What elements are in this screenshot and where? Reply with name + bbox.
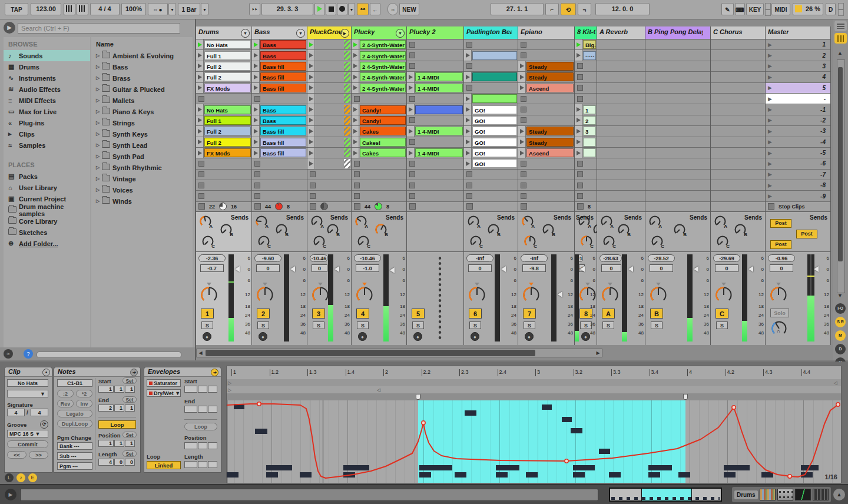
note-area[interactable]: 1/16 bbox=[227, 400, 841, 483]
device-thumbnail[interactable] bbox=[777, 489, 793, 500]
envelope-device-selector[interactable]: Saturator ▼ bbox=[147, 379, 181, 387]
metronome-button[interactable]: ○ ● bbox=[148, 3, 168, 15]
midi-note[interactable] bbox=[678, 472, 690, 478]
group-launch-button[interactable] bbox=[307, 158, 315, 168]
solo-button[interactable]: S bbox=[257, 321, 269, 329]
scene-slot[interactable]: ▶-7 bbox=[766, 170, 830, 180]
midi-note[interactable] bbox=[343, 472, 355, 478]
folder-item-synth-keys[interactable]: ▷Synth Keys bbox=[91, 128, 193, 140]
send-knob-b[interactable]: B bbox=[220, 223, 233, 236]
clip-stop-square[interactable] bbox=[466, 63, 472, 69]
show-io-toggle[interactable]: I-O bbox=[835, 303, 846, 314]
follow-button[interactable]: ‣‣ bbox=[249, 3, 260, 15]
clip-slot[interactable]: Bass fill bbox=[252, 148, 307, 158]
send-knob-b[interactable]: B bbox=[542, 223, 555, 236]
signature-numerator-field[interactable]: 4 bbox=[7, 409, 25, 416]
clip-stop-square[interactable] bbox=[521, 96, 526, 102]
peak-level-display[interactable]: -2.36 bbox=[198, 254, 226, 262]
clip-launch-button[interactable] bbox=[196, 126, 204, 136]
env-length-fields[interactable] bbox=[184, 461, 217, 468]
arrangement-view-icon[interactable] bbox=[834, 21, 847, 31]
clip-slot[interactable]: 2 4-Synth-Water bbox=[352, 83, 406, 94]
volume-value-field[interactable]: -9.8 bbox=[522, 264, 546, 272]
midi-note[interactable] bbox=[724, 465, 750, 470]
send-knob-b[interactable]: B bbox=[592, 223, 597, 236]
clip-slot[interactable]: 2 bbox=[575, 115, 597, 126]
volume-fader-handle[interactable] bbox=[748, 266, 753, 272]
clip-slot[interactable]: ····· bbox=[575, 50, 597, 61]
clip-launch-button[interactable] bbox=[464, 126, 472, 136]
clip-stop-square[interactable] bbox=[198, 161, 204, 167]
arm-button[interactable]: ● bbox=[203, 332, 211, 341]
scene-launch-button[interactable]: ▶ bbox=[766, 139, 776, 145]
track-stop-all-button[interactable] bbox=[354, 203, 360, 210]
midi-note[interactable] bbox=[419, 472, 431, 478]
scene-launch-button[interactable]: ▶ bbox=[766, 117, 776, 123]
empty-clip-slot[interactable] bbox=[196, 94, 251, 104]
clip-stop-square[interactable] bbox=[577, 183, 583, 188]
punch-out-button[interactable]: ¬ bbox=[578, 3, 591, 15]
clip-slot[interactable]: 2 4-Synth-Water bbox=[352, 50, 406, 61]
clip-stop-square[interactable] bbox=[577, 96, 583, 102]
solo-button[interactable]: S bbox=[602, 321, 614, 329]
track-header-padlington-bear[interactable]: Padlington Bear bbox=[464, 26, 518, 39]
volume-fader-handle[interactable] bbox=[558, 291, 562, 297]
clip-launch-button[interactable] bbox=[575, 104, 582, 114]
group-slot[interactable] bbox=[307, 104, 351, 115]
clip-slot[interactable]: Full 2 bbox=[196, 72, 251, 82]
clip-stop-square[interactable] bbox=[577, 74, 583, 80]
empty-clip-slot[interactable] bbox=[196, 191, 251, 201]
clip-stop-square[interactable] bbox=[409, 171, 415, 177]
clip-slot[interactable]: Ascend bbox=[518, 83, 574, 94]
empty-clip-slot[interactable] bbox=[518, 94, 574, 104]
clip-stop-square[interactable] bbox=[409, 183, 415, 188]
clip-activator-icon[interactable]: ● bbox=[42, 369, 50, 376]
midi-note[interactable] bbox=[801, 472, 813, 478]
clip-launch-button[interactable] bbox=[252, 50, 260, 60]
solo-button[interactable]: S bbox=[313, 321, 324, 329]
scene-slot[interactable]: ▶-9 bbox=[766, 191, 830, 201]
group-launch-button[interactable] bbox=[307, 61, 315, 71]
volume-fader-handle[interactable] bbox=[235, 266, 240, 272]
clip-launch-button[interactable] bbox=[196, 104, 204, 114]
clip-launch-button[interactable] bbox=[196, 83, 204, 93]
clip-slot[interactable] bbox=[575, 137, 597, 148]
show-track-delay-toggle[interactable]: D bbox=[835, 344, 846, 354]
clip-slot[interactable]: Full 1 bbox=[196, 115, 251, 126]
loop-start-display[interactable]: 27. 1. 1 bbox=[491, 3, 544, 15]
reverse-button[interactable]: Rev bbox=[57, 400, 74, 407]
clip-launch-button[interactable] bbox=[352, 72, 359, 82]
end-time-fields[interactable]: 211 bbox=[98, 404, 135, 412]
empty-clip-slot[interactable] bbox=[575, 72, 597, 82]
peak-level-display[interactable]: -10.46 bbox=[310, 254, 328, 262]
track-header-epiano[interactable]: Epiano bbox=[518, 26, 574, 39]
volume-value-field[interactable]: -0.7 bbox=[200, 264, 224, 272]
pan-knob[interactable] bbox=[356, 286, 373, 306]
midi-note[interactable] bbox=[300, 472, 312, 478]
clip-stop-square[interactable] bbox=[521, 42, 526, 48]
midi-overdub-button[interactable]: ⚯ bbox=[357, 3, 369, 15]
solo-button[interactable]: S bbox=[412, 321, 424, 329]
loop-pin-marker[interactable] bbox=[683, 394, 688, 400]
scroll-down-icon[interactable]: ▼ bbox=[837, 293, 843, 299]
fold-panel-icon[interactable]: ➔ bbox=[130, 369, 138, 376]
sidebar-item-samples[interactable]: ≈Samples bbox=[4, 140, 90, 151]
send-knob-a[interactable]: A bbox=[578, 215, 591, 228]
nudge-down-button[interactable] bbox=[64, 3, 75, 15]
send-knob-a[interactable]: A bbox=[199, 215, 212, 228]
empty-clip-slot[interactable] bbox=[518, 170, 574, 180]
midi-note[interactable] bbox=[609, 472, 621, 478]
scene-slot[interactable]: ▶1 bbox=[766, 39, 830, 50]
track-activator-button[interactable]: A bbox=[602, 309, 615, 319]
midi-note[interactable] bbox=[571, 428, 582, 433]
clip-stop-square[interactable] bbox=[310, 193, 316, 199]
clip-color-chooser[interactable]: ▼ bbox=[7, 390, 48, 397]
add-folder-button[interactable]: ⊕Add Folder... bbox=[4, 238, 90, 249]
expand-arrow-icon[interactable]: ▷ bbox=[96, 53, 102, 58]
sidebar-item-sounds[interactable]: ♪Sounds bbox=[4, 50, 90, 61]
track-header-plucky-2[interactable]: Plucky 2 bbox=[407, 26, 463, 39]
clip-launch-button[interactable] bbox=[352, 83, 359, 93]
send-knob-a[interactable]: A bbox=[310, 215, 323, 228]
send-knob-a[interactable]: A bbox=[600, 215, 613, 228]
clip-slot[interactable]: GO! bbox=[464, 148, 518, 158]
